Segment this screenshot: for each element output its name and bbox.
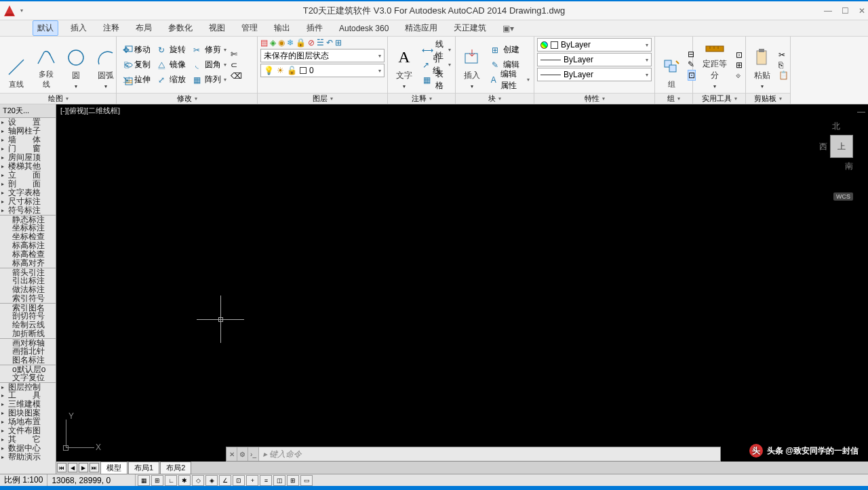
- status-tpy-icon[interactable]: ◫: [273, 475, 285, 486]
- layer-states-icon[interactable]: ◈: [270, 38, 276, 47]
- tool-copy[interactable]: ⎘复制: [119, 58, 152, 73]
- ribbon-label-modify[interactable]: 修改: [117, 93, 257, 104]
- tab-first-icon[interactable]: ⏮: [57, 463, 66, 472]
- ribbon-label-draw[interactable]: 绘图: [0, 93, 116, 104]
- menu-output[interactable]: 输出: [270, 21, 294, 35]
- ribbon-label-properties[interactable]: 特性: [534, 93, 654, 104]
- tool-arc[interactable]: 圆弧▾: [92, 39, 119, 91]
- tool-fillet[interactable]: ◟圆角▾: [190, 58, 228, 73]
- lineweight-dropdown[interactable]: ByLayer▾: [537, 53, 652, 66]
- wcs-badge[interactable]: WCS: [833, 192, 853, 201]
- drawing-canvas[interactable]: [-][俯视][二维线框] — Y X 北 西上 南 WCS: [56, 104, 868, 474]
- paste-special-icon[interactable]: 📋: [778, 70, 789, 80]
- copy-clip-icon[interactable]: ⎘: [778, 60, 789, 70]
- tab-layout1[interactable]: 布局1: [128, 462, 159, 474]
- status-qp-icon[interactable]: ⊞: [287, 475, 299, 486]
- tool-group[interactable]: 组: [658, 39, 685, 91]
- cut-icon[interactable]: ✂: [778, 50, 789, 60]
- tool-trim[interactable]: ✂修剪▾: [190, 43, 228, 58]
- tool-move[interactable]: ✥移动: [119, 43, 152, 58]
- tool-measure[interactable]: 定距等分▾: [696, 39, 733, 91]
- tool-erase-icon[interactable]: ⌫: [231, 71, 242, 81]
- status-dyn-icon[interactable]: +: [246, 475, 258, 486]
- tool-mirror[interactable]: ⧋镜像: [155, 58, 187, 73]
- cmdline-options-icon[interactable]: ⚙: [237, 447, 248, 461]
- tool-block-create[interactable]: ⊞创建: [488, 43, 531, 58]
- menu-expand-icon[interactable]: ▣▾: [502, 24, 514, 33]
- tab-last-icon[interactable]: ⏭: [90, 463, 99, 472]
- status-snap-icon[interactable]: ▦: [138, 475, 150, 486]
- status-grid-icon[interactable]: ⊞: [151, 475, 163, 486]
- status-scale[interactable]: 比例 1:100: [0, 474, 47, 486]
- viewport-label[interactable]: [-][俯视][二维线框]: [60, 106, 120, 116]
- menu-featured[interactable]: 精选应用: [401, 21, 441, 35]
- tool-line[interactable]: 直线: [3, 39, 30, 91]
- layer-iso-icon[interactable]: ◉: [278, 38, 285, 47]
- tab-layout2[interactable]: 布局2: [160, 462, 191, 474]
- util-icon-3[interactable]: ⟐: [736, 70, 743, 80]
- tab-prev-icon[interactable]: ◀: [68, 463, 77, 472]
- menu-manage[interactable]: 管理: [237, 21, 262, 35]
- menu-parametric[interactable]: 参数化: [164, 21, 197, 35]
- command-line[interactable]: ✕ ⚙ ›_ ▸ 键入命令: [226, 447, 721, 462]
- linetype-dropdown[interactable]: ByLayer▾: [537, 68, 652, 81]
- tool-scale[interactable]: ⤢缩放: [155, 73, 187, 87]
- minimize-button[interactable]: —: [824, 6, 832, 16]
- tool-explode-icon[interactable]: ✄: [231, 49, 242, 59]
- layer-walk-icon[interactable]: ⊞: [335, 38, 342, 47]
- tool-rotate[interactable]: ↻旋转: [155, 43, 187, 58]
- status-3dosnap-icon[interactable]: ◈: [205, 475, 218, 486]
- ribbon-label-block[interactable]: 块: [456, 93, 534, 104]
- layer-state-dropdown[interactable]: 未保存的图层状态▾: [260, 49, 384, 62]
- tool-table[interactable]: ▦表格: [420, 73, 452, 87]
- menu-plugins[interactable]: 插件: [302, 21, 327, 35]
- status-lwt-icon[interactable]: ≡: [260, 475, 272, 486]
- tool-stretch[interactable]: ⇲拉伸: [119, 73, 152, 87]
- util-icon-1[interactable]: ⊡: [736, 50, 743, 60]
- ribbon-label-annotate[interactable]: 注释: [388, 93, 455, 104]
- viewcube[interactable]: 北 西上 南: [819, 121, 853, 172]
- status-otrack-icon[interactable]: ∠: [219, 475, 231, 486]
- tool-block-attr[interactable]: A编辑属性▾: [488, 73, 531, 87]
- layer-freeze-icon[interactable]: ❄: [287, 38, 294, 47]
- command-input[interactable]: ▸ 键入命令: [259, 449, 720, 460]
- ribbon-label-utility[interactable]: 实用工具: [693, 93, 745, 104]
- ribbon-label-group[interactable]: 组: [655, 93, 692, 104]
- tool-paste[interactable]: 粘贴▾: [749, 39, 776, 91]
- tool-polyline[interactable]: 多段线: [33, 39, 60, 91]
- layer-props-icon[interactable]: ▤: [260, 38, 268, 47]
- tab-next-icon[interactable]: ▶: [79, 463, 88, 472]
- cmdline-close-icon[interactable]: ✕: [226, 447, 237, 461]
- status-osnap-icon[interactable]: ◇: [192, 475, 204, 486]
- maximize-button[interactable]: ☐: [842, 6, 849, 16]
- layer-prev-icon[interactable]: ↶: [326, 38, 333, 47]
- viewport-minimize-icon[interactable]: —: [857, 107, 865, 117]
- status-ortho-icon[interactable]: ∟: [165, 475, 177, 486]
- ribbon-label-clipboard[interactable]: 剪贴板: [746, 93, 790, 104]
- util-icon-2[interactable]: ⊞: [736, 60, 743, 70]
- side-item[interactable]: ▸帮助演示: [0, 453, 56, 462]
- ribbon-label-layer[interactable]: 图层: [258, 93, 387, 104]
- layer-match-icon[interactable]: ☱: [317, 38, 324, 47]
- layer-current-dropdown[interactable]: 💡☀🔓0▾: [260, 64, 384, 77]
- menu-view[interactable]: 视图: [205, 21, 229, 35]
- tool-text[interactable]: A文字▾: [391, 39, 418, 91]
- status-ducs-icon[interactable]: ⊡: [233, 475, 245, 486]
- color-dropdown[interactable]: ByLayer▾: [537, 38, 652, 52]
- status-sc-icon[interactable]: ▭: [300, 475, 313, 486]
- menu-layout[interactable]: 布局: [132, 21, 156, 35]
- layer-off-icon[interactable]: ⊘: [308, 38, 315, 47]
- side-panel-title[interactable]: T20天...: [0, 104, 56, 118]
- tab-model[interactable]: 模型: [100, 462, 127, 474]
- menu-default[interactable]: 默认: [33, 20, 58, 36]
- menu-autodesk360[interactable]: Autodesk 360: [335, 22, 393, 35]
- close-button[interactable]: ✕: [859, 6, 865, 16]
- tool-array[interactable]: ▦阵列▾: [190, 73, 228, 87]
- menu-annotate[interactable]: 注释: [99, 21, 123, 35]
- tool-offset-icon[interactable]: ⊂: [231, 60, 242, 70]
- menu-tangent[interactable]: 天正建筑: [450, 21, 490, 35]
- menu-insert[interactable]: 插入: [66, 21, 91, 35]
- status-polar-icon[interactable]: ✱: [178, 475, 191, 486]
- tool-insert[interactable]: 插入▾: [458, 39, 486, 91]
- app-icon[interactable]: [0, 1, 19, 20]
